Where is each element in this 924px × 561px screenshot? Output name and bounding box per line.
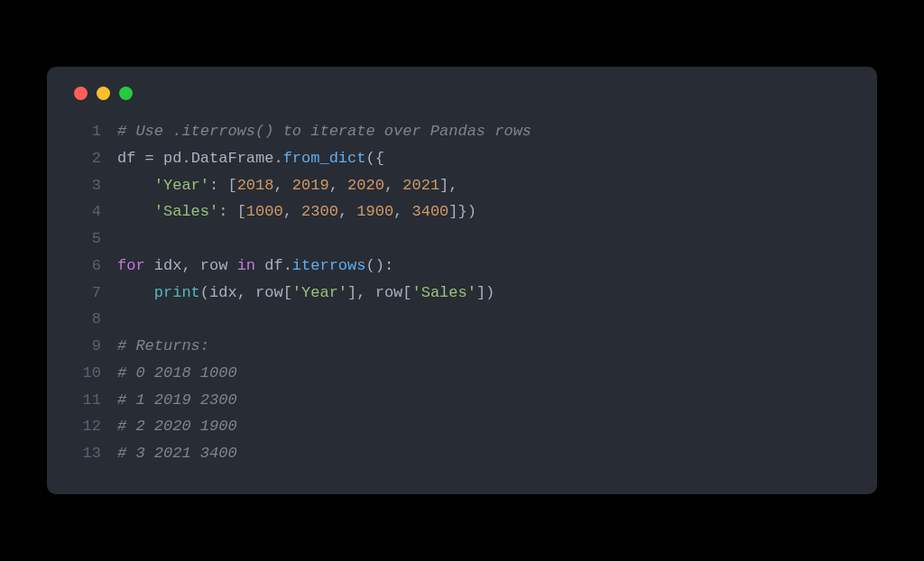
code-token: . bbox=[181, 150, 190, 167]
code-content: # 2 2020 1900 bbox=[117, 413, 237, 440]
code-token: . bbox=[283, 257, 292, 274]
code-token: 3400 bbox=[412, 203, 449, 220]
code-content: # 1 2019 2300 bbox=[117, 387, 237, 414]
code-token: , bbox=[338, 203, 356, 220]
code-content: print(idx, row['Year'], row['Sales']) bbox=[117, 280, 494, 307]
code-line: 9# Returns: bbox=[70, 333, 854, 360]
code-token: for bbox=[117, 257, 145, 274]
code-token: # 3 2021 3400 bbox=[117, 445, 237, 462]
minimize-icon[interactable] bbox=[97, 87, 110, 100]
code-line: 11# 1 2019 2300 bbox=[70, 387, 854, 414]
code-token: 'Year' bbox=[292, 284, 347, 301]
code-token: , bbox=[181, 257, 199, 274]
close-icon[interactable] bbox=[74, 87, 88, 100]
maximize-icon[interactable] bbox=[119, 87, 133, 100]
code-token: , bbox=[393, 203, 411, 220]
code-token: print bbox=[154, 284, 200, 301]
code-token: from_dict bbox=[283, 150, 366, 167]
code-token: row bbox=[200, 257, 237, 274]
line-number: 10 bbox=[70, 360, 101, 387]
code-line: 3 'Year': [2018, 2019, 2020, 2021], bbox=[70, 172, 854, 199]
code-line: 1# Use .iterrows() to iterate over Panda… bbox=[70, 118, 854, 145]
code-block: 1# Use .iterrows() to iterate over Panda… bbox=[70, 118, 854, 467]
code-token: 2019 bbox=[292, 177, 329, 194]
code-token: 2018 bbox=[237, 177, 274, 194]
code-token bbox=[117, 203, 154, 220]
code-token: 2300 bbox=[301, 203, 338, 220]
code-token: . bbox=[273, 150, 282, 167]
code-token: , bbox=[329, 177, 347, 194]
code-content: for idx, row in df.iterrows(): bbox=[117, 253, 393, 280]
code-token: # 1 2019 2300 bbox=[117, 391, 237, 409]
line-number: 4 bbox=[70, 198, 101, 225]
code-content: # 3 2021 3400 bbox=[117, 440, 237, 467]
code-token: row bbox=[375, 284, 403, 301]
code-line: 8 bbox=[70, 306, 854, 333]
code-token: 'Sales' bbox=[154, 203, 218, 220]
line-number: 1 bbox=[70, 118, 101, 145]
code-line: 10# 0 2018 1000 bbox=[70, 360, 854, 387]
line-number: 13 bbox=[70, 440, 101, 467]
code-token: [ bbox=[402, 284, 411, 301]
line-number: 11 bbox=[70, 387, 101, 414]
code-token: ({ bbox=[365, 150, 383, 167]
code-content: 'Sales': [1000, 2300, 1900, 3400]}) bbox=[117, 198, 476, 225]
code-line: 7 print(idx, row['Year'], row['Sales']) bbox=[70, 280, 854, 307]
code-token: # Use .iterrows() to iterate over Pandas… bbox=[117, 123, 531, 140]
code-token: idx bbox=[145, 257, 182, 274]
code-token: # 2 2020 1900 bbox=[117, 418, 237, 435]
code-token bbox=[117, 284, 154, 301]
code-token: : [ bbox=[209, 177, 237, 194]
code-content: # 0 2018 1000 bbox=[117, 360, 237, 387]
code-content: df = pd.DataFrame.from_dict({ bbox=[117, 145, 384, 172]
code-window: 1# Use .iterrows() to iterate over Panda… bbox=[47, 67, 877, 494]
code-token: , bbox=[237, 284, 255, 301]
code-token: # 0 2018 1000 bbox=[117, 364, 237, 382]
line-number: 7 bbox=[70, 280, 101, 307]
line-number: 9 bbox=[70, 333, 101, 360]
code-line: 2df = pd.DataFrame.from_dict({ bbox=[70, 145, 854, 172]
code-token: , bbox=[273, 177, 291, 194]
code-line: 4 'Sales': [1000, 2300, 1900, 3400]}) bbox=[70, 198, 854, 225]
code-line: 5 bbox=[70, 225, 854, 253]
code-token: [ bbox=[283, 284, 292, 301]
code-token: 2020 bbox=[347, 177, 384, 194]
line-number: 3 bbox=[70, 172, 101, 199]
code-content: # Returns: bbox=[117, 333, 209, 360]
line-number: 8 bbox=[70, 306, 101, 333]
code-token: , bbox=[283, 203, 301, 220]
code-token: (): bbox=[365, 257, 393, 274]
code-token: df bbox=[255, 257, 283, 274]
code-line: 12# 2 2020 1900 bbox=[70, 413, 854, 440]
code-token: 2021 bbox=[402, 177, 439, 194]
code-line: 13# 3 2021 3400 bbox=[70, 440, 854, 467]
code-token: row bbox=[255, 284, 283, 301]
code-token: ], bbox=[439, 177, 457, 194]
code-token: df bbox=[117, 150, 145, 167]
line-number: 6 bbox=[70, 253, 101, 280]
line-number: 5 bbox=[70, 225, 101, 253]
code-token: DataFrame bbox=[191, 150, 274, 167]
code-token: ]}) bbox=[448, 203, 476, 220]
code-token: : [ bbox=[218, 203, 246, 220]
code-token: # Returns: bbox=[117, 337, 209, 354]
code-content: # Use .iterrows() to iterate over Pandas… bbox=[117, 118, 531, 145]
code-token: ( bbox=[200, 284, 209, 301]
code-token: 1900 bbox=[356, 203, 393, 220]
code-token: 1000 bbox=[246, 203, 283, 220]
code-token: = bbox=[145, 150, 163, 167]
code-token: idx bbox=[209, 284, 237, 301]
code-token: in bbox=[237, 257, 255, 274]
code-token: iterrows bbox=[292, 257, 366, 274]
code-line: 6for idx, row in df.iterrows(): bbox=[70, 253, 854, 280]
window-controls bbox=[70, 87, 854, 100]
code-token: , bbox=[384, 177, 402, 194]
code-content: 'Year': [2018, 2019, 2020, 2021], bbox=[117, 172, 458, 199]
code-token: ], bbox=[347, 284, 375, 301]
code-token bbox=[117, 177, 154, 194]
line-number: 12 bbox=[70, 413, 101, 440]
code-token: pd bbox=[163, 150, 181, 167]
code-token: 'Year' bbox=[154, 177, 209, 194]
code-token: ]) bbox=[476, 284, 494, 301]
line-number: 2 bbox=[70, 145, 101, 172]
